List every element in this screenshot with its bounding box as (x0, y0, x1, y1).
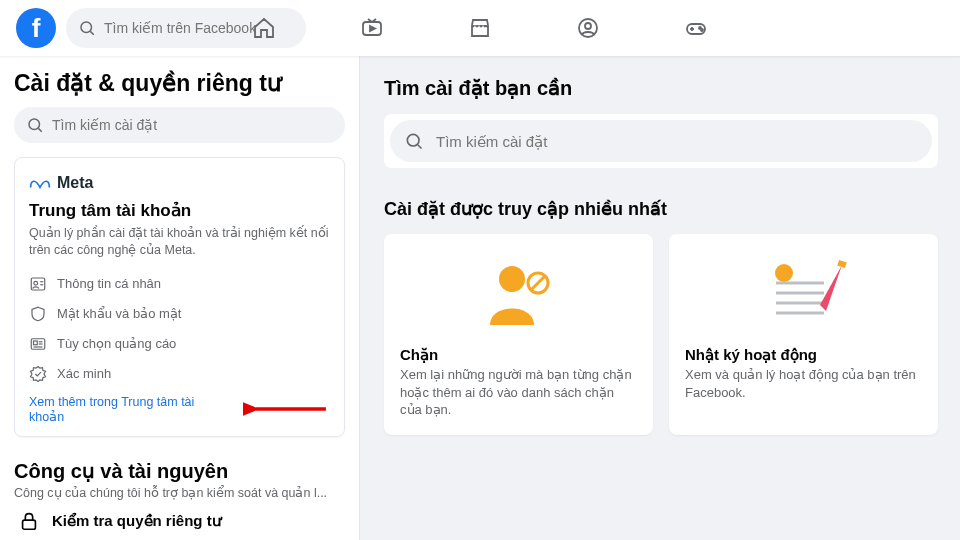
svg-point-6 (585, 23, 591, 29)
row-label: Tùy chọn quảng cáo (57, 336, 176, 351)
nav-watch[interactable] (322, 4, 422, 52)
svg-point-25 (407, 134, 419, 146)
main-title: Tìm cài đặt bạn cần (384, 76, 938, 100)
tile-desc: Xem và quản lý hoạt động của bạn trên Fa… (685, 366, 922, 401)
row-label: Thông tin cá nhân (57, 276, 161, 291)
ads-icon (29, 335, 47, 353)
tool-label: Kiểm tra quyền riêng tư (52, 512, 222, 530)
sidebar-search-input[interactable] (52, 117, 333, 133)
nav-center (214, 4, 746, 52)
search-icon (26, 116, 44, 134)
account-center-title: Trung tâm tài khoản (29, 200, 330, 221)
main-content: Tìm cài đặt bạn cần Cài đặt được truy cậ… (360, 56, 960, 540)
settings-tiles: Chặn Xem lại những người mà bạn từng chặ… (384, 234, 938, 435)
tools-section-subtitle: Công cụ của chúng tôi hỗ trợ bạn kiểm so… (14, 485, 345, 500)
top-nav: f (0, 0, 960, 56)
svg-rect-19 (34, 341, 38, 345)
lock-icon (18, 510, 40, 532)
annotation-arrow-icon (243, 399, 330, 419)
search-icon (78, 19, 96, 37)
see-more-account-center-link[interactable]: Xem thêm trong Trung tâm tài khoản (29, 395, 227, 424)
blocking-illustration (400, 248, 637, 338)
main-search-card (384, 114, 938, 168)
nav-groups[interactable] (538, 4, 638, 52)
facebook-logo[interactable]: f (16, 8, 56, 48)
verified-icon (29, 365, 47, 383)
most-visited-title: Cài đặt được truy cập nhiều nhất (384, 198, 938, 220)
nav-home[interactable] (214, 4, 314, 52)
row-ad-preferences[interactable]: Tùy chọn quảng cáo (29, 329, 330, 359)
settings-sidebar: Cài đặt & quyền riêng tư Meta Trung tâm … (0, 56, 360, 540)
tile-activity-log[interactable]: Nhật ký hoạt động Xem và quản lý hoạt độ… (669, 234, 938, 435)
svg-point-30 (775, 264, 793, 282)
row-verification[interactable]: Xác minh (29, 359, 330, 389)
tile-title: Nhật ký hoạt động (685, 346, 922, 364)
svg-point-12 (29, 119, 40, 130)
row-personal-info[interactable]: Thông tin cá nhân (29, 269, 330, 299)
row-label: Xác minh (57, 366, 111, 381)
svg-rect-35 (837, 260, 846, 268)
main-search[interactable] (390, 120, 932, 162)
svg-rect-24 (23, 520, 36, 529)
svg-point-15 (34, 281, 38, 285)
privacy-checkup-link[interactable]: Kiểm tra quyền riêng tư (14, 500, 345, 540)
svg-line-13 (38, 128, 41, 131)
row-label: Mật khẩu và bảo mật (57, 306, 181, 321)
sidebar-search[interactable] (14, 107, 345, 143)
sidebar-title: Cài đặt & quyền riêng tư (14, 70, 345, 97)
meta-account-card: Meta Trung tâm tài khoản Quản lý phần cà… (14, 157, 345, 437)
svg-line-26 (418, 145, 422, 149)
search-icon (404, 131, 424, 151)
svg-point-11 (701, 29, 703, 31)
tools-section-title: Công cụ và tài nguyên (14, 459, 345, 483)
shield-icon (29, 305, 47, 323)
row-password-security[interactable]: Mật khẩu và bảo mật (29, 299, 330, 329)
svg-line-1 (90, 31, 93, 34)
main-search-input[interactable] (436, 133, 918, 150)
meta-brand-label: Meta (57, 174, 93, 192)
nav-marketplace[interactable] (430, 4, 530, 52)
svg-point-0 (81, 22, 92, 33)
activity-illustration (685, 248, 922, 338)
account-center-subtitle: Quản lý phần cài đặt tài khoản và trải n… (29, 225, 330, 259)
meta-logo-icon (29, 172, 51, 194)
tile-blocking[interactable]: Chặn Xem lại những người mà bạn từng chặ… (384, 234, 653, 435)
profile-card-icon (29, 275, 47, 293)
svg-point-27 (499, 266, 525, 292)
tile-title: Chặn (400, 346, 637, 364)
svg-line-29 (531, 276, 545, 290)
tile-desc: Xem lại những người mà bạn từng chặn hoặ… (400, 366, 637, 419)
meta-brand: Meta (29, 172, 330, 194)
nav-gaming[interactable] (646, 4, 746, 52)
